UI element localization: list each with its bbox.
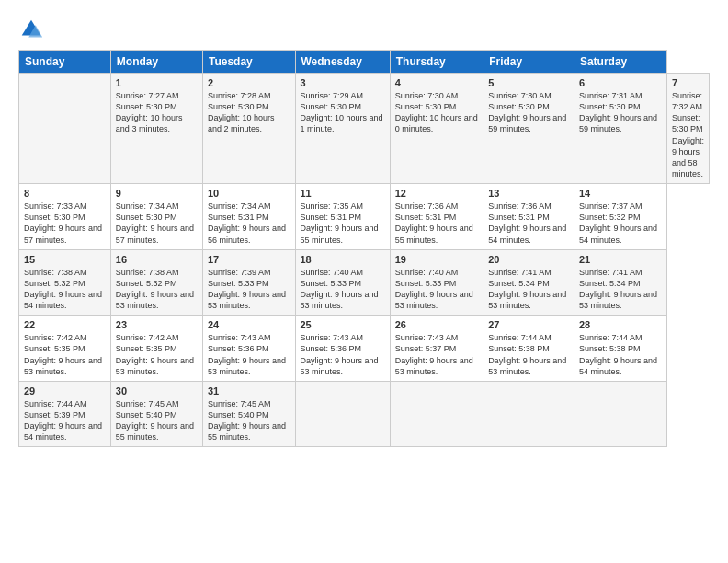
daylight-label: Daylight: 9 hours and 53 minutes. xyxy=(24,356,102,376)
daylight-label: Daylight: 9 hours and 53 minutes. xyxy=(301,356,379,376)
sunrise-label: Sunrise: 7:32 AM xyxy=(672,91,702,111)
daylight-label: Daylight: 9 hours and 53 minutes. xyxy=(395,290,473,310)
day-number: 27 xyxy=(488,319,569,330)
day-number: 26 xyxy=(395,319,478,330)
day-number: 18 xyxy=(301,254,385,265)
sunset-label: Sunset: 5:30 PM xyxy=(116,102,177,111)
sunrise-label: Sunrise: 7:27 AM xyxy=(116,91,179,100)
day-info: Sunrise: 7:42 AM Sunset: 5:35 PM Dayligh… xyxy=(116,332,198,377)
page-container: SundayMondayTuesdayWednesdayThursdayFrid… xyxy=(0,0,728,458)
calendar-day-cell: 16 Sunrise: 7:38 AM Sunset: 5:32 PM Dayl… xyxy=(110,249,202,316)
daylight-label: Daylight: 9 hours and 53 minutes. xyxy=(488,290,566,310)
calendar-day-cell: 28 Sunrise: 7:44 AM Sunset: 5:38 PM Dayl… xyxy=(574,316,666,382)
sunrise-label: Sunrise: 7:44 AM xyxy=(579,333,643,342)
day-info: Sunrise: 7:28 AM Sunset: 5:30 PM Dayligh… xyxy=(208,90,290,135)
calendar-day-cell: 2 Sunrise: 7:28 AM Sunset: 5:30 PM Dayli… xyxy=(203,74,296,184)
daylight-label: Daylight: 9 hours and 55 minutes. xyxy=(116,421,194,442)
calendar-day-cell: 23 Sunrise: 7:42 AM Sunset: 5:35 PM Dayl… xyxy=(110,316,202,382)
calendar-day-cell: 29 Sunrise: 7:44 AM Sunset: 5:39 PM Dayl… xyxy=(19,381,111,447)
day-number: 2 xyxy=(208,77,290,88)
sunrise-label: Sunrise: 7:36 AM xyxy=(488,201,552,211)
daylight-label: Daylight: 9 hours and 53 minutes. xyxy=(116,290,194,310)
day-number: 11 xyxy=(301,188,385,199)
sunset-label: Sunset: 5:33 PM xyxy=(301,279,362,288)
sunset-label: Sunset: 5:33 PM xyxy=(208,279,269,288)
day-info: Sunrise: 7:44 AM Sunset: 5:38 PM Dayligh… xyxy=(579,332,662,377)
calendar-table: SundayMondayTuesdayWednesdayThursdayFrid… xyxy=(18,50,710,447)
day-number: 12 xyxy=(395,188,478,199)
sunset-label: Sunset: 5:30 PM xyxy=(488,102,550,111)
calendar-day-cell xyxy=(390,381,483,447)
sunrise-label: Sunrise: 7:42 AM xyxy=(24,333,87,342)
day-number: 9 xyxy=(116,188,198,199)
calendar-day-cell: 30 Sunrise: 7:45 AM Sunset: 5:40 PM Dayl… xyxy=(110,381,202,447)
day-number: 7 xyxy=(672,77,704,88)
day-number: 25 xyxy=(301,319,385,330)
calendar-day-cell: 13 Sunrise: 7:36 AM Sunset: 5:31 PM Dayl… xyxy=(483,184,574,250)
calendar-day-cell: 19 Sunrise: 7:40 AM Sunset: 5:33 PM Dayl… xyxy=(390,249,483,316)
day-info: Sunrise: 7:41 AM Sunset: 5:34 PM Dayligh… xyxy=(579,267,662,312)
calendar-week-row: 1 Sunrise: 7:27 AM Sunset: 5:30 PM Dayli… xyxy=(19,74,710,184)
calendar-day-cell: 1 Sunrise: 7:27 AM Sunset: 5:30 PM Dayli… xyxy=(110,74,202,184)
sunset-label: Sunset: 5:31 PM xyxy=(488,213,550,222)
daylight-label: Daylight: 9 hours and 54 minutes. xyxy=(24,421,102,442)
daylight-label: Daylight: 9 hours and 53 minutes. xyxy=(395,356,473,376)
day-info: Sunrise: 7:45 AM Sunset: 5:40 PM Dayligh… xyxy=(208,398,290,443)
day-info: Sunrise: 7:39 AM Sunset: 5:33 PM Dayligh… xyxy=(208,267,290,312)
day-info: Sunrise: 7:43 AM Sunset: 5:37 PM Dayligh… xyxy=(395,332,478,377)
calendar-day-cell: 4 Sunrise: 7:30 AM Sunset: 5:30 PM Dayli… xyxy=(390,74,483,184)
daylight-label: Daylight: 9 hours and 53 minutes. xyxy=(488,356,566,376)
sunset-label: Sunset: 5:34 PM xyxy=(579,279,641,288)
day-number: 29 xyxy=(24,385,106,396)
day-info: Sunrise: 7:27 AM Sunset: 5:30 PM Dayligh… xyxy=(116,90,198,135)
daylight-label: Daylight: 9 hours and 53 minutes. xyxy=(579,290,657,310)
sunrise-label: Sunrise: 7:31 AM xyxy=(579,91,643,100)
calendar-week-row: 22 Sunrise: 7:42 AM Sunset: 5:35 PM Dayl… xyxy=(19,316,710,382)
sunset-label: Sunset: 5:40 PM xyxy=(116,410,177,419)
daylight-label: Daylight: 9 hours and 58 minutes. xyxy=(672,136,704,178)
sunset-label: Sunset: 5:32 PM xyxy=(116,279,177,288)
calendar-day-cell xyxy=(19,74,111,184)
calendar-day-cell: 9 Sunrise: 7:34 AM Sunset: 5:30 PM Dayli… xyxy=(110,184,202,250)
daylight-label: Daylight: 9 hours and 53 minutes. xyxy=(208,356,286,376)
calendar-day-cell xyxy=(295,381,390,447)
day-info: Sunrise: 7:29 AM Sunset: 5:30 PM Dayligh… xyxy=(301,90,385,135)
calendar-day-cell: 12 Sunrise: 7:36 AM Sunset: 5:31 PM Dayl… xyxy=(390,184,483,250)
day-info: Sunrise: 7:44 AM Sunset: 5:38 PM Dayligh… xyxy=(488,332,569,377)
day-info: Sunrise: 7:40 AM Sunset: 5:33 PM Dayligh… xyxy=(395,267,478,312)
sunset-label: Sunset: 5:30 PM xyxy=(24,213,85,222)
day-info: Sunrise: 7:38 AM Sunset: 5:32 PM Dayligh… xyxy=(24,267,106,312)
calendar-day-cell: 11 Sunrise: 7:35 AM Sunset: 5:31 PM Dayl… xyxy=(295,184,390,250)
calendar-header-cell: Monday xyxy=(110,51,202,74)
day-number: 4 xyxy=(395,77,478,88)
day-number: 21 xyxy=(579,254,662,265)
day-info: Sunrise: 7:30 AM Sunset: 5:30 PM Dayligh… xyxy=(395,90,478,135)
day-number: 14 xyxy=(579,188,662,199)
daylight-label: Daylight: 9 hours and 53 minutes. xyxy=(116,356,194,376)
sunrise-label: Sunrise: 7:30 AM xyxy=(488,91,552,100)
day-number: 8 xyxy=(24,188,106,199)
daylight-label: Daylight: 9 hours and 57 minutes. xyxy=(24,224,102,244)
calendar-header-cell: Tuesday xyxy=(203,51,296,74)
sunset-label: Sunset: 5:38 PM xyxy=(579,344,641,353)
sunrise-label: Sunrise: 7:45 AM xyxy=(208,399,271,408)
daylight-label: Daylight: 9 hours and 57 minutes. xyxy=(116,224,194,244)
daylight-label: Daylight: 9 hours and 54 minutes. xyxy=(488,224,566,244)
sunrise-label: Sunrise: 7:37 AM xyxy=(579,201,643,211)
calendar-header-cell: Sunday xyxy=(19,51,111,74)
sunrise-label: Sunrise: 7:38 AM xyxy=(116,268,179,277)
sunrise-label: Sunrise: 7:36 AM xyxy=(395,201,459,211)
day-info: Sunrise: 7:36 AM Sunset: 5:31 PM Dayligh… xyxy=(488,201,569,246)
sunrise-label: Sunrise: 7:34 AM xyxy=(208,201,271,211)
sunrise-label: Sunrise: 7:35 AM xyxy=(301,201,364,211)
calendar-day-cell: 15 Sunrise: 7:38 AM Sunset: 5:32 PM Dayl… xyxy=(19,249,111,316)
sunrise-label: Sunrise: 7:43 AM xyxy=(208,333,271,342)
sunrise-label: Sunrise: 7:45 AM xyxy=(116,399,179,408)
calendar-day-cell: 18 Sunrise: 7:40 AM Sunset: 5:33 PM Dayl… xyxy=(295,249,390,316)
calendar-day-cell: 7 Sunrise: 7:32 AM Sunset: 5:30 PM Dayli… xyxy=(666,74,709,184)
sunrise-label: Sunrise: 7:43 AM xyxy=(395,333,459,342)
daylight-label: Daylight: 9 hours and 53 minutes. xyxy=(301,290,379,310)
sunset-label: Sunset: 5:40 PM xyxy=(208,410,269,419)
day-number: 13 xyxy=(488,188,569,199)
calendar-day-cell: 14 Sunrise: 7:37 AM Sunset: 5:32 PM Dayl… xyxy=(574,184,666,250)
